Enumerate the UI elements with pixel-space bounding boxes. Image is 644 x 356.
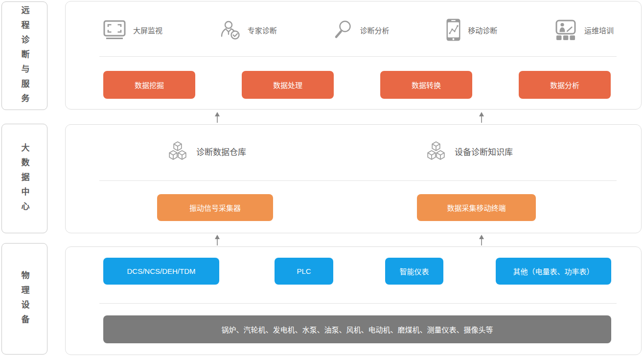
cubes-icon [167, 141, 188, 161]
up-arrow-icon [214, 111, 221, 123]
feature-label: 诊断分析 [360, 25, 389, 35]
smart-instruments-button[interactable]: 智能仪表 [385, 258, 443, 285]
feature-label: 大屏监视 [133, 25, 162, 35]
other-meters-button[interactable]: 其他（电量表、功率表） [496, 258, 611, 285]
up-arrow-icon [214, 234, 221, 246]
feature-label: 专家诊断 [248, 25, 277, 35]
feature-mobile-diagnosis: 移动诊断 [446, 19, 497, 41]
up-arrow-icon [478, 234, 485, 246]
sidebar-remote-diagnosis-service: 远程诊断与服务 [1, 1, 47, 110]
sidebar-label: 物理设备 [21, 268, 29, 330]
architecture-diagram: 远程诊断与服务 大屏监视 [0, 0, 644, 356]
magnifier-icon [334, 20, 352, 40]
remote-diagnosis-service-panel: 大屏监视 专家诊断 [65, 1, 642, 110]
divider [99, 56, 617, 57]
store-label: 诊断数据仓库 [196, 145, 246, 157]
feature-screen-monitoring: 大屏监视 [103, 20, 162, 40]
divider [99, 303, 617, 304]
feature-expert-diagnosis: 专家诊断 [220, 20, 277, 40]
training-icon [554, 20, 577, 40]
vibration-signal-collector-button[interactable]: 振动信号采集器 [157, 194, 273, 221]
cubes-icon [425, 141, 447, 161]
feature-label: 移动诊断 [468, 25, 497, 35]
data-processing-button[interactable]: 数据处理 [242, 71, 334, 99]
data-collection-mobile-terminal-button[interactable]: 数据采集移动终端 [417, 194, 536, 221]
data-analysis-button[interactable]: 数据分析 [519, 71, 611, 99]
dcs-ncs-deh-tdm-button[interactable]: DCS/NCS/DEH/TDM [103, 258, 219, 285]
feature-diagnosis-analysis: 诊断分析 [334, 20, 389, 40]
expert-check-icon [220, 20, 240, 40]
screen-monitor-icon [103, 20, 126, 40]
divider [99, 180, 617, 181]
equipment-diagnosis-knowledge-base: 设备诊断知识库 [425, 139, 513, 163]
data-mining-button[interactable]: 数据挖掘 [103, 71, 195, 99]
sidebar-physical-equipment: 物理设备 [1, 243, 47, 355]
sidebar-label: 远程诊断与服务 [21, 3, 29, 109]
mobile-chart-icon [446, 19, 460, 41]
physical-equipment-panel: DCS/NCS/DEH/TDM PLC 智能仪表 其他（电量表、功率表） 锅炉、… [65, 246, 642, 355]
feature-row: 大屏监视 专家诊断 [103, 15, 614, 44]
feature-operation-training: 运维培训 [554, 20, 614, 40]
feature-label: 运维培训 [584, 25, 614, 35]
big-data-center-panel: 诊断数据仓库 设备诊断知识库 振动信号采集器 数据采集移动终端 [65, 124, 642, 233]
plc-button[interactable]: PLC [275, 258, 333, 285]
devices-list-bar: 锅炉、汽轮机、发电机、水泵、油泵、风机、电动机、磨煤机、测量仪表、摄像头等 [103, 315, 611, 343]
diagnosis-data-warehouse: 诊断数据仓库 [167, 139, 246, 163]
store-label: 设备诊断知识库 [455, 145, 513, 157]
up-arrow-icon [478, 111, 485, 123]
sidebar-label: 大数据中心 [21, 140, 29, 217]
data-conversion-button[interactable]: 数据转换 [380, 71, 472, 99]
sidebar-big-data-center: 大数据中心 [1, 124, 47, 233]
